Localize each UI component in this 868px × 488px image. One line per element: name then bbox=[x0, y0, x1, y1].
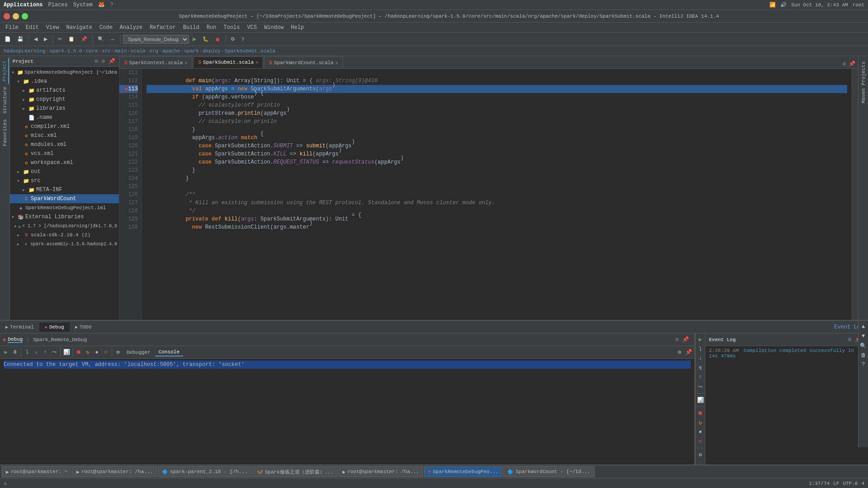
console-close-icon[interactable]: 📌 bbox=[684, 348, 693, 357]
toolbar-stop[interactable]: ⏹ bbox=[212, 36, 223, 43]
console-settings-icon[interactable]: ⚙ bbox=[675, 348, 684, 357]
task-terminal1[interactable]: ▶ root@sparkmaster: ~ bbox=[2, 466, 71, 477]
tree-modules-xml[interactable]: ⚙ modules.xml bbox=[10, 140, 119, 149]
debug-step-into[interactable]: ↓ bbox=[32, 348, 40, 357]
tab-sparksubmit-close[interactable]: ✕ bbox=[255, 60, 258, 65]
firefox-icon[interactable]: 🦊 bbox=[98, 1, 105, 8]
bc-spark[interactable]: spark bbox=[184, 48, 199, 54]
task-terminal3[interactable]: ▶ root@sparkmaster: /ha... bbox=[339, 466, 423, 477]
editor-settings-icon[interactable]: ⚙ bbox=[842, 60, 847, 68]
bmt-terminal[interactable]: ▶ Terminal bbox=[0, 323, 39, 332]
debug-pause-btn[interactable]: ⏸ bbox=[11, 348, 19, 357]
run-config-dropdown[interactable]: Spark_Remote_Debug bbox=[123, 35, 189, 44]
tab-sparkwordcount[interactable]: S SparkWordCount.scala ✕ bbox=[264, 56, 343, 68]
menu-window[interactable]: Window bbox=[260, 23, 287, 32]
tree-libraries[interactable]: ▶ 📁 libraries bbox=[10, 104, 119, 113]
bmt-todo[interactable]: ▶ TODO bbox=[70, 323, 97, 332]
vtab-project[interactable]: Project bbox=[1, 58, 9, 84]
toolbar-settings[interactable]: ⚙ bbox=[228, 35, 238, 43]
side-viewbp[interactable]: ● bbox=[696, 428, 704, 436]
toolbar-forward[interactable]: ▶ bbox=[41, 35, 50, 43]
side-rerun[interactable]: ↻ bbox=[696, 418, 704, 427]
toolbar-back[interactable]: ◀ bbox=[31, 35, 40, 43]
tab-sparksubmit[interactable]: S SparkSubmit.scala ✕ bbox=[193, 56, 263, 68]
side-settings[interactable]: ⚙ bbox=[696, 450, 704, 459]
bc-sparksubmit[interactable]: SparkSubmit.scala bbox=[225, 48, 275, 54]
debug-tab-label[interactable]: Debug bbox=[8, 337, 23, 343]
side-stop[interactable]: ⏹ bbox=[696, 409, 704, 417]
debug-viewbreakpoints-btn[interactable]: ● bbox=[93, 348, 101, 357]
close-button[interactable] bbox=[4, 13, 10, 19]
menu-run[interactable]: Run bbox=[203, 23, 220, 32]
bc-org[interactable]: org bbox=[149, 48, 158, 54]
tree-artifacts[interactable]: ▶ 📁 artifacts bbox=[10, 86, 119, 95]
tree-workspace-xml[interactable]: ⚙ workspace.xml bbox=[10, 158, 119, 167]
debug-run-to-cursor[interactable]: ⤳ bbox=[50, 348, 58, 357]
debug-mute-btn[interactable]: ⊘ bbox=[102, 348, 110, 357]
toolbar-help[interactable]: ? bbox=[239, 36, 247, 43]
vtab-maven[interactable]: Maven Projects bbox=[860, 58, 867, 107]
task-sparkremote[interactable]: ● SparkRemoteDebugPeo... bbox=[424, 466, 503, 477]
toolbar-new[interactable]: 📄 bbox=[2, 35, 14, 43]
tree-compiler-xml[interactable]: ⚙ compiler.xml bbox=[10, 122, 119, 131]
debug-settings-icon[interactable]: ⚙ bbox=[675, 335, 679, 344]
tree-misc-xml[interactable]: ⚙ misc.xml bbox=[10, 131, 119, 140]
os-system[interactable]: System bbox=[73, 2, 93, 8]
console-tab[interactable]: Console bbox=[155, 348, 183, 357]
bc-spark150[interactable]: spark-1.5.0 bbox=[49, 48, 82, 54]
tree-metainf[interactable]: ▶ 📁 META-INF bbox=[10, 185, 119, 194]
tab-sparkcontext-close[interactable]: ✕ bbox=[184, 60, 187, 66]
menu-edit[interactable]: Edit bbox=[22, 23, 42, 32]
task-sparkwordcount[interactable]: 🔷 SparkWordCount - [~/Id... bbox=[503, 466, 594, 477]
side-stepover[interactable]: ⤵ bbox=[696, 345, 704, 353]
task-sparkparent[interactable]: 🔷 spark-parent_2.10 - [/h... bbox=[158, 466, 252, 477]
side-forceinto[interactable]: ↯ bbox=[696, 364, 704, 372]
bc-apache[interactable]: apache bbox=[162, 48, 180, 54]
side-evaluate[interactable]: 📊 bbox=[696, 396, 704, 404]
bc-scala[interactable]: scala bbox=[131, 48, 146, 54]
side-mutebreak[interactable]: ⊘ bbox=[696, 437, 704, 446]
tree-iml[interactable]: ◆ SparkRemoteDebugPeoject.iml bbox=[10, 203, 119, 212]
tab-sparkcontext[interactable]: S SparkContext.scala ✕ bbox=[119, 56, 192, 68]
ri-clear[interactable]: 🗑 bbox=[859, 351, 868, 359]
toolbar-paste[interactable]: 📌 bbox=[78, 35, 90, 43]
debug-evaluate[interactable]: 📊 bbox=[62, 348, 71, 357]
debug-step-over[interactable]: ⤵ bbox=[23, 348, 31, 357]
tree-scalasdk[interactable]: ▶ S scala-sdk-2.10.4 (2) bbox=[10, 230, 119, 239]
project-pin-icon[interactable]: 📌 bbox=[108, 57, 116, 66]
tree-copyright[interactable]: ▶ 📁 copyright bbox=[10, 95, 119, 104]
debug-step-out[interactable]: ↑ bbox=[41, 348, 49, 357]
toolbar-replace[interactable]: ↔ bbox=[108, 36, 118, 43]
menu-analyze[interactable]: Analyze bbox=[116, 23, 146, 32]
side-resume[interactable]: ▶ bbox=[696, 335, 704, 343]
editor-pin-icon[interactable]: 📌 bbox=[848, 60, 856, 68]
debugger-tab[interactable]: Debugger bbox=[123, 349, 154, 356]
help-icon[interactable]: ? bbox=[110, 2, 113, 8]
ri-filter[interactable]: 🔍 bbox=[859, 342, 868, 350]
tree-name[interactable]: 📄 .name bbox=[10, 113, 119, 122]
code-editor[interactable]: 111 112 ● 113 114 115 116 117 118 119 12… bbox=[119, 69, 858, 320]
bc-hadooplearning[interactable]: hadoopLearning bbox=[4, 48, 45, 54]
debug-console[interactable]: Connected to the target VM, address: 'lo… bbox=[0, 359, 694, 465]
tree-src[interactable]: ▼ 📁 src bbox=[10, 176, 119, 185]
menu-view[interactable]: View bbox=[42, 23, 63, 32]
debug-resume-btn[interactable]: ▶ bbox=[2, 348, 10, 357]
side-runcursor[interactable]: ⤳ bbox=[696, 383, 704, 391]
bc-main[interactable]: main bbox=[115, 48, 127, 54]
menu-build[interactable]: Build bbox=[179, 23, 203, 32]
side-stepinto[interactable]: ↓ bbox=[696, 354, 704, 362]
bc-core[interactable]: core bbox=[86, 48, 98, 54]
tab-sparkwordcount-close[interactable]: ✕ bbox=[335, 60, 338, 66]
task-spark-zh[interactable]: 🦋 Spark修炼之道（进阶篇）... bbox=[253, 466, 338, 477]
ri-scrollup[interactable]: ▲ bbox=[859, 323, 868, 331]
project-gear-icon[interactable]: ⚙ bbox=[101, 57, 106, 66]
menu-tools[interactable]: Tools bbox=[220, 23, 244, 32]
bc-deploy[interactable]: deploy bbox=[203, 48, 221, 54]
tree-sparkwordcount[interactable]: S SparkWordCount bbox=[10, 194, 119, 203]
project-settings-icon[interactable]: ⚙ bbox=[94, 57, 99, 66]
ri-scrolldown[interactable]: ▼ bbox=[859, 332, 868, 340]
bc-src[interactable]: src bbox=[102, 48, 111, 54]
code-content[interactable]: def main(args: Array[String]): Unit = { … bbox=[142, 69, 852, 320]
menu-code[interactable]: Code bbox=[96, 23, 116, 32]
menu-navigate[interactable]: Navigate bbox=[62, 23, 96, 32]
